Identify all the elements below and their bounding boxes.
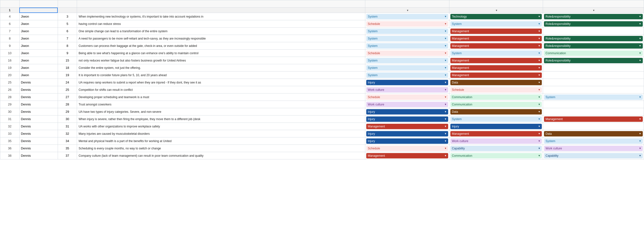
tag-cell[interactable]: Management ▼ bbox=[365, 152, 450, 159]
tag-cell[interactable]: Management ▼ bbox=[450, 42, 543, 49]
dropdown-arrow[interactable]: ▼ bbox=[538, 74, 540, 76]
tag-cell[interactable]: Communication ▼ bbox=[450, 93, 543, 101]
tag-cell[interactable]: Role&responsibility ▼ bbox=[543, 35, 644, 42]
tag-pill[interactable]: Communication ▼ bbox=[544, 50, 643, 56]
tag-pill[interactable]: Communication ▼ bbox=[450, 102, 542, 107]
tag-pill[interactable]: System ▼ bbox=[450, 50, 542, 56]
tag-pill-empty[interactable]: ▼ bbox=[544, 87, 643, 92]
tag-cell[interactable]: ▼ bbox=[543, 123, 644, 130]
filter-icon-f[interactable]: ▼ bbox=[593, 9, 595, 12]
dropdown-arrow[interactable]: ▼ bbox=[639, 103, 641, 106]
dropdown-arrow[interactable]: ▼ bbox=[639, 30, 641, 32]
field-f-header[interactable]: ▼ bbox=[543, 7, 644, 13]
field-e-header[interactable]: ▼ bbox=[450, 7, 543, 13]
tag-pill[interactable]: Capability ▼ bbox=[544, 153, 643, 158]
dropdown-arrow[interactable]: ▼ bbox=[444, 96, 447, 98]
tag-pill[interactable]: Injury ▼ bbox=[366, 80, 448, 85]
tag-pill[interactable]: System ▼ bbox=[366, 28, 448, 34]
col-header-e[interactable] bbox=[450, 0, 543, 7]
tag-pill[interactable]: Injury ▼ bbox=[366, 138, 448, 144]
tag-pill[interactable]: System ▼ bbox=[366, 65, 448, 71]
tag-cell[interactable]: Injury ▼ bbox=[365, 115, 450, 123]
dropdown-arrow[interactable]: ▼ bbox=[538, 22, 540, 25]
dropdown-arrow[interactable]: ▼ bbox=[444, 59, 447, 62]
dropdown-arrow[interactable]: ▼ bbox=[639, 52, 641, 54]
tag-pill[interactable]: Communication ▼ bbox=[450, 153, 542, 158]
tag-cell[interactable]: Management ▼ bbox=[450, 57, 543, 64]
tag-pill-empty[interactable]: ▼ bbox=[544, 102, 643, 107]
dropdown-arrow[interactable]: ▼ bbox=[639, 74, 641, 76]
tag-pill[interactable]: Work culture ▼ bbox=[366, 87, 448, 92]
dropdown-arrow[interactable]: ▼ bbox=[639, 22, 641, 25]
dropdown-arrow[interactable]: ▼ bbox=[538, 66, 540, 69]
tag-cell[interactable]: Data ▼ bbox=[450, 108, 543, 115]
tag-pill[interactable]: Injury ▼ bbox=[366, 109, 448, 114]
tag-pill-empty[interactable]: ▼ bbox=[544, 65, 643, 71]
dropdown-arrow[interactable]: ▼ bbox=[639, 125, 641, 128]
tag-cell[interactable]: Technology ▼ bbox=[450, 13, 543, 20]
tag-pill-empty[interactable]: ▼ bbox=[544, 124, 643, 129]
tag-cell[interactable]: Data ▼ bbox=[543, 130, 644, 137]
dropdown-arrow[interactable]: ▼ bbox=[538, 154, 540, 157]
tag-cell[interactable]: ▼ bbox=[543, 64, 644, 71]
tag-cell[interactable]: Capability ▼ bbox=[450, 145, 543, 152]
dropdown-arrow[interactable]: ▼ bbox=[538, 59, 540, 62]
tag-cell[interactable]: System ▼ bbox=[365, 42, 450, 49]
dropdown-arrow[interactable]: ▼ bbox=[639, 81, 641, 84]
tag-cell[interactable]: System ▼ bbox=[450, 49, 543, 57]
tag-cell[interactable]: Management ▼ bbox=[365, 123, 450, 130]
col-header-c[interactable] bbox=[77, 0, 365, 7]
tag-pill-empty[interactable]: ▼ bbox=[544, 80, 643, 85]
tag-cell[interactable]: ▼ bbox=[543, 86, 644, 93]
tag-pill[interactable]: Work culture ▼ bbox=[450, 138, 542, 144]
dropdown-arrow[interactable]: ▼ bbox=[538, 147, 540, 150]
tag-cell[interactable]: Role&responsibility ▼ bbox=[543, 57, 644, 64]
dropdown-arrow[interactable]: ▼ bbox=[538, 96, 540, 98]
tag-cell[interactable]: ▼ bbox=[543, 108, 644, 115]
dropdown-arrow[interactable]: ▼ bbox=[538, 81, 540, 84]
dropdown-arrow[interactable]: ▼ bbox=[639, 147, 641, 150]
tag-pill[interactable]: Injury ▼ bbox=[366, 116, 448, 122]
tag-cell[interactable]: ▼ bbox=[543, 27, 644, 35]
tag-pill[interactable]: Schedule ▼ bbox=[366, 50, 448, 56]
dropdown-arrow[interactable]: ▼ bbox=[444, 30, 447, 32]
tag-cell[interactable]: System ▼ bbox=[543, 93, 644, 101]
tag-cell[interactable]: Role&responsibility ▼ bbox=[543, 20, 644, 27]
dropdown-arrow[interactable]: ▼ bbox=[538, 118, 540, 120]
dropdown-arrow[interactable]: ▼ bbox=[538, 52, 540, 54]
dropdown-arrow[interactable]: ▼ bbox=[444, 66, 447, 69]
tag-pill-empty[interactable]: ▼ bbox=[544, 28, 643, 34]
col-header-b[interactable] bbox=[58, 0, 77, 7]
tag-cell[interactable]: ▼ bbox=[543, 79, 644, 86]
tag-pill[interactable]: System ▼ bbox=[366, 72, 448, 78]
tag-pill[interactable]: System ▼ bbox=[544, 94, 643, 100]
col-header-a[interactable] bbox=[19, 0, 58, 7]
dropdown-arrow[interactable]: ▼ bbox=[444, 81, 447, 84]
tag-cell[interactable]: System ▼ bbox=[543, 137, 644, 145]
filter-icon-e[interactable]: ▼ bbox=[495, 9, 498, 12]
dropdown-arrow[interactable]: ▼ bbox=[444, 88, 447, 91]
dropdown-arrow[interactable]: ▼ bbox=[538, 44, 540, 47]
tag-cell[interactable]: Management ▼ bbox=[450, 35, 543, 42]
col-header-f[interactable] bbox=[543, 0, 644, 7]
tag-cell[interactable]: Injury ▼ bbox=[365, 130, 450, 137]
tag-cell[interactable]: System ▼ bbox=[365, 57, 450, 64]
dropdown-arrow[interactable]: ▼ bbox=[639, 154, 641, 157]
dropdown-arrow[interactable]: ▼ bbox=[538, 110, 540, 113]
tag-cell[interactable]: System ▼ bbox=[450, 115, 543, 123]
tag-pill[interactable]: System ▼ bbox=[366, 43, 448, 49]
tag-pill[interactable]: Management ▼ bbox=[450, 58, 542, 63]
dropdown-arrow[interactable]: ▼ bbox=[538, 15, 540, 18]
tag-cell[interactable]: Schedule ▼ bbox=[365, 93, 450, 101]
tag-pill[interactable]: System ▼ bbox=[366, 58, 448, 63]
dropdown-arrow[interactable]: ▼ bbox=[639, 118, 641, 120]
dropdown-arrow[interactable]: ▼ bbox=[444, 15, 447, 18]
tag-cell[interactable]: ▼ bbox=[543, 101, 644, 108]
tag-pill-empty[interactable]: ▼ bbox=[544, 72, 643, 78]
tag-pill[interactable]: Role&responsibility ▼ bbox=[544, 14, 643, 19]
dropdown-arrow[interactable]: ▼ bbox=[538, 37, 540, 40]
tag-cell[interactable]: Management ▼ bbox=[450, 130, 543, 137]
dropdown-arrow[interactable]: ▼ bbox=[444, 44, 447, 47]
tag-cell[interactable]: System ▼ bbox=[365, 35, 450, 42]
tag-cell[interactable]: Schedule ▼ bbox=[365, 20, 450, 27]
